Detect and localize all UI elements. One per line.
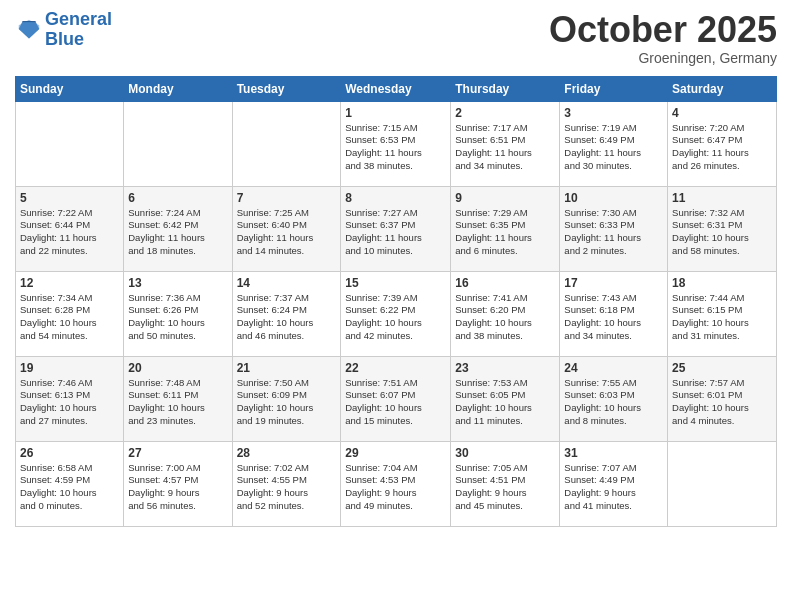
day-number: 3 xyxy=(564,106,663,120)
day-number: 7 xyxy=(237,191,337,205)
day-number: 18 xyxy=(672,276,772,290)
day-info: Sunrise: 7:04 AMSunset: 4:53 PMDaylight:… xyxy=(345,462,446,513)
page-container: General Blue October 2025 Groeningen, Ge… xyxy=(0,0,792,537)
day-cell: 9Sunrise: 7:29 AMSunset: 6:35 PMDaylight… xyxy=(451,186,560,271)
header-monday: Monday xyxy=(124,76,232,101)
day-info: Sunrise: 7:17 AMSunset: 6:51 PMDaylight:… xyxy=(455,122,555,173)
day-number: 29 xyxy=(345,446,446,460)
day-cell: 19Sunrise: 7:46 AMSunset: 6:13 PMDayligh… xyxy=(16,356,124,441)
day-info: Sunrise: 7:27 AMSunset: 6:37 PMDaylight:… xyxy=(345,207,446,258)
day-number: 31 xyxy=(564,446,663,460)
day-info: Sunrise: 7:48 AMSunset: 6:11 PMDaylight:… xyxy=(128,377,227,428)
day-info: Sunrise: 6:58 AMSunset: 4:59 PMDaylight:… xyxy=(20,462,119,513)
weekday-header-row: Sunday Monday Tuesday Wednesday Thursday… xyxy=(16,76,777,101)
day-info: Sunrise: 7:02 AMSunset: 4:55 PMDaylight:… xyxy=(237,462,337,513)
day-cell: 24Sunrise: 7:55 AMSunset: 6:03 PMDayligh… xyxy=(560,356,668,441)
day-cell: 12Sunrise: 7:34 AMSunset: 6:28 PMDayligh… xyxy=(16,271,124,356)
day-number: 23 xyxy=(455,361,555,375)
day-cell: 3Sunrise: 7:19 AMSunset: 6:49 PMDaylight… xyxy=(560,101,668,186)
logo: General Blue xyxy=(15,10,112,50)
header-friday: Friday xyxy=(560,76,668,101)
day-cell: 22Sunrise: 7:51 AMSunset: 6:07 PMDayligh… xyxy=(341,356,451,441)
day-info: Sunrise: 7:24 AMSunset: 6:42 PMDaylight:… xyxy=(128,207,227,258)
day-cell: 13Sunrise: 7:36 AMSunset: 6:26 PMDayligh… xyxy=(124,271,232,356)
day-info: Sunrise: 7:00 AMSunset: 4:57 PMDaylight:… xyxy=(128,462,227,513)
day-info: Sunrise: 7:34 AMSunset: 6:28 PMDaylight:… xyxy=(20,292,119,343)
day-info: Sunrise: 7:25 AMSunset: 6:40 PMDaylight:… xyxy=(237,207,337,258)
week-row-2: 5Sunrise: 7:22 AMSunset: 6:44 PMDaylight… xyxy=(16,186,777,271)
day-cell: 29Sunrise: 7:04 AMSunset: 4:53 PMDayligh… xyxy=(341,441,451,526)
logo-text: General Blue xyxy=(45,10,112,50)
day-cell: 26Sunrise: 6:58 AMSunset: 4:59 PMDayligh… xyxy=(16,441,124,526)
day-cell: 11Sunrise: 7:32 AMSunset: 6:31 PMDayligh… xyxy=(668,186,777,271)
day-number: 1 xyxy=(345,106,446,120)
day-cell: 8Sunrise: 7:27 AMSunset: 6:37 PMDaylight… xyxy=(341,186,451,271)
day-number: 2 xyxy=(455,106,555,120)
day-cell: 28Sunrise: 7:02 AMSunset: 4:55 PMDayligh… xyxy=(232,441,341,526)
day-info: Sunrise: 7:55 AMSunset: 6:03 PMDaylight:… xyxy=(564,377,663,428)
header-sunday: Sunday xyxy=(16,76,124,101)
day-cell: 14Sunrise: 7:37 AMSunset: 6:24 PMDayligh… xyxy=(232,271,341,356)
day-cell: 31Sunrise: 7:07 AMSunset: 4:49 PMDayligh… xyxy=(560,441,668,526)
day-number: 10 xyxy=(564,191,663,205)
location-subtitle: Groeningen, Germany xyxy=(549,50,777,66)
day-number: 9 xyxy=(455,191,555,205)
day-cell: 15Sunrise: 7:39 AMSunset: 6:22 PMDayligh… xyxy=(341,271,451,356)
day-number: 22 xyxy=(345,361,446,375)
day-number: 26 xyxy=(20,446,119,460)
day-number: 16 xyxy=(455,276,555,290)
day-number: 20 xyxy=(128,361,227,375)
day-info: Sunrise: 7:36 AMSunset: 6:26 PMDaylight:… xyxy=(128,292,227,343)
day-number: 13 xyxy=(128,276,227,290)
day-info: Sunrise: 7:32 AMSunset: 6:31 PMDaylight:… xyxy=(672,207,772,258)
day-info: Sunrise: 7:50 AMSunset: 6:09 PMDaylight:… xyxy=(237,377,337,428)
day-info: Sunrise: 7:39 AMSunset: 6:22 PMDaylight:… xyxy=(345,292,446,343)
day-info: Sunrise: 7:53 AMSunset: 6:05 PMDaylight:… xyxy=(455,377,555,428)
day-cell: 7Sunrise: 7:25 AMSunset: 6:40 PMDaylight… xyxy=(232,186,341,271)
day-cell: 1Sunrise: 7:15 AMSunset: 6:53 PMDaylight… xyxy=(341,101,451,186)
day-info: Sunrise: 7:20 AMSunset: 6:47 PMDaylight:… xyxy=(672,122,772,173)
title-area: October 2025 Groeningen, Germany xyxy=(549,10,777,66)
week-row-3: 12Sunrise: 7:34 AMSunset: 6:28 PMDayligh… xyxy=(16,271,777,356)
day-cell: 17Sunrise: 7:43 AMSunset: 6:18 PMDayligh… xyxy=(560,271,668,356)
day-info: Sunrise: 7:22 AMSunset: 6:44 PMDaylight:… xyxy=(20,207,119,258)
day-cell: 16Sunrise: 7:41 AMSunset: 6:20 PMDayligh… xyxy=(451,271,560,356)
header-saturday: Saturday xyxy=(668,76,777,101)
day-info: Sunrise: 7:37 AMSunset: 6:24 PMDaylight:… xyxy=(237,292,337,343)
day-cell xyxy=(668,441,777,526)
day-info: Sunrise: 7:41 AMSunset: 6:20 PMDaylight:… xyxy=(455,292,555,343)
day-cell: 18Sunrise: 7:44 AMSunset: 6:15 PMDayligh… xyxy=(668,271,777,356)
day-info: Sunrise: 7:05 AMSunset: 4:51 PMDaylight:… xyxy=(455,462,555,513)
day-number: 12 xyxy=(20,276,119,290)
day-number: 27 xyxy=(128,446,227,460)
day-info: Sunrise: 7:15 AMSunset: 6:53 PMDaylight:… xyxy=(345,122,446,173)
calendar-table: Sunday Monday Tuesday Wednesday Thursday… xyxy=(15,76,777,527)
day-cell: 30Sunrise: 7:05 AMSunset: 4:51 PMDayligh… xyxy=(451,441,560,526)
day-number: 6 xyxy=(128,191,227,205)
day-number: 11 xyxy=(672,191,772,205)
header-thursday: Thursday xyxy=(451,76,560,101)
day-info: Sunrise: 7:43 AMSunset: 6:18 PMDaylight:… xyxy=(564,292,663,343)
day-number: 4 xyxy=(672,106,772,120)
day-number: 5 xyxy=(20,191,119,205)
day-cell: 10Sunrise: 7:30 AMSunset: 6:33 PMDayligh… xyxy=(560,186,668,271)
day-cell: 4Sunrise: 7:20 AMSunset: 6:47 PMDaylight… xyxy=(668,101,777,186)
day-number: 28 xyxy=(237,446,337,460)
header-wednesday: Wednesday xyxy=(341,76,451,101)
day-cell: 27Sunrise: 7:00 AMSunset: 4:57 PMDayligh… xyxy=(124,441,232,526)
day-cell: 5Sunrise: 7:22 AMSunset: 6:44 PMDaylight… xyxy=(16,186,124,271)
day-number: 21 xyxy=(237,361,337,375)
day-cell: 25Sunrise: 7:57 AMSunset: 6:01 PMDayligh… xyxy=(668,356,777,441)
day-number: 8 xyxy=(345,191,446,205)
week-row-1: 1Sunrise: 7:15 AMSunset: 6:53 PMDaylight… xyxy=(16,101,777,186)
header-tuesday: Tuesday xyxy=(232,76,341,101)
day-info: Sunrise: 7:29 AMSunset: 6:35 PMDaylight:… xyxy=(455,207,555,258)
week-row-5: 26Sunrise: 6:58 AMSunset: 4:59 PMDayligh… xyxy=(16,441,777,526)
day-info: Sunrise: 7:51 AMSunset: 6:07 PMDaylight:… xyxy=(345,377,446,428)
day-info: Sunrise: 7:19 AMSunset: 6:49 PMDaylight:… xyxy=(564,122,663,173)
day-number: 19 xyxy=(20,361,119,375)
day-cell: 21Sunrise: 7:50 AMSunset: 6:09 PMDayligh… xyxy=(232,356,341,441)
day-info: Sunrise: 7:44 AMSunset: 6:15 PMDaylight:… xyxy=(672,292,772,343)
day-number: 15 xyxy=(345,276,446,290)
day-info: Sunrise: 7:30 AMSunset: 6:33 PMDaylight:… xyxy=(564,207,663,258)
